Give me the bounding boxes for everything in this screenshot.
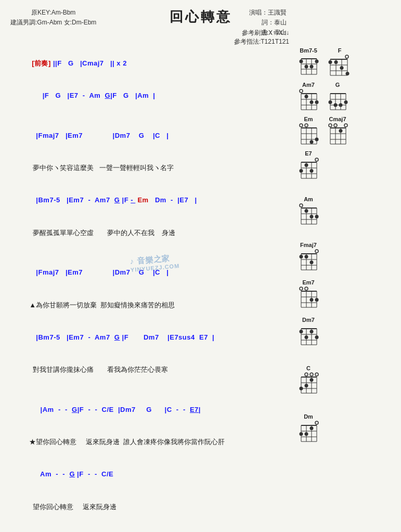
- svg-point-106: [300, 255, 303, 258]
- svg-point-22: [334, 60, 338, 64]
- c-label: C: [306, 365, 311, 371]
- svg-point-133: [315, 373, 318, 376]
- key-info: 原KEY:Am-Bbm 建議男調:Gm-Abm 女:Dm-Ebm: [10, 8, 96, 28]
- verse1-chord-1: |Fmaj7 |Em7 |Dm7 G |C |: [10, 120, 292, 152]
- svg-point-49: [300, 124, 303, 127]
- c-grid: [297, 372, 320, 395]
- diagram-g: G: [326, 82, 349, 112]
- svg-point-147: [315, 421, 318, 424]
- verse1-chord-2: |Bm7-5 |Em7 - Am7 G |F - Em Dm - |E7 |: [10, 185, 292, 217]
- suggestion-key: 建議男調:Gm-Abm 女:Dm-Ebm: [10, 18, 96, 28]
- svg-point-129: [300, 330, 303, 333]
- svg-point-59: [310, 140, 314, 144]
- diagram-c: C: [297, 365, 320, 395]
- svg-point-146: [310, 378, 314, 382]
- diagram-f: F: [326, 47, 353, 77]
- diagram-row-3: Em: [297, 116, 391, 146]
- diagram-am7: Am7: [297, 82, 320, 112]
- chord-diagrams: Bm7-5: [292, 47, 391, 532]
- em-label: Em: [304, 116, 313, 122]
- verse1-lyric-1: 夢中你ヽ笑容這麼美 一聲一聲輕輕叫我ヽ名字: [10, 152, 292, 184]
- em-grid: [297, 123, 320, 146]
- svg-point-132: [315, 335, 319, 339]
- svg-point-82: [305, 163, 308, 167]
- diagram-dm: Dm: [297, 413, 320, 444]
- svg-point-24: [346, 72, 350, 75]
- diagram-em7: Em7: [297, 279, 320, 309]
- svg-point-110: [305, 287, 308, 290]
- svg-point-95: [310, 215, 314, 218]
- svg-point-107: [305, 255, 308, 258]
- verse2-lyric-1: ▲為你甘願將一切放棄 那知癡情換來痛苦的相思: [10, 289, 292, 321]
- am7-label: Am7: [302, 82, 315, 88]
- svg-point-134: [310, 373, 313, 376]
- chorus-lyric-1: ★望你回心轉意 返來阮身邊 誰人會凍疼你像我將你當作阮心肝: [10, 426, 292, 458]
- am7-grid: [297, 89, 320, 112]
- em7-grid: [297, 287, 320, 309]
- composer: 曲：泰山: [249, 28, 287, 37]
- cmaj7-label: Cmaj7: [329, 116, 346, 122]
- g-label: G: [335, 82, 340, 88]
- fmaj7-label: Fmaj7: [300, 242, 317, 248]
- verse1-section: |Fmaj7 |Em7 |Dm7 G |C | 夢中你ヽ笑容這麼美 一聲一聲輕輕…: [10, 120, 292, 250]
- fingering-text: 參考指法:T121T121: [234, 37, 289, 46]
- fmaj7-grid: [297, 249, 320, 272]
- dm7-grid: [297, 324, 320, 347]
- verse1-lyric-2: 夢醒孤孤單單心空虛 夢中的人不在我 身邊: [10, 217, 292, 249]
- chorus-chord-3: |Dm7 E7 |: [10, 523, 292, 532]
- intro-section: [前奏] ||F G |Cmaj7 || x 2 |F G |E7 - Am G…: [10, 47, 292, 112]
- svg-point-62: [334, 124, 337, 127]
- verse2-chord-2: |Bm7-5 |Em7 - Am7 G |F Dm7 |E7sus4 E7 |: [10, 321, 292, 354]
- dm7-label: Dm7: [302, 317, 315, 323]
- dm-grid: [297, 421, 320, 444]
- chorus-lyric-2: 望你回心轉意 返來阮身邊: [10, 491, 292, 523]
- svg-point-84: [300, 169, 303, 173]
- title-area: 原KEY:Am-Bbm 建議男調:Gm-Abm 女:Dm-Ebm 回心轉意 演唱…: [10, 8, 391, 26]
- svg-point-120: [315, 298, 319, 302]
- svg-point-48: [344, 100, 348, 104]
- e7-grid: [297, 158, 320, 180]
- svg-point-11: [315, 60, 319, 63]
- svg-point-45: [329, 100, 332, 104]
- diagram-row-6: Fmaj7: [297, 242, 391, 272]
- f-label: F: [338, 47, 342, 54]
- svg-point-35: [310, 100, 314, 104]
- svg-point-157: [305, 432, 308, 436]
- svg-point-131: [310, 330, 314, 333]
- diagram-bm7-5: Bm7-5: [297, 47, 320, 75]
- svg-point-9: [305, 65, 308, 69]
- svg-point-109: [300, 287, 303, 290]
- chorus-chord-1: |Am - - G|F - - C/E |Dm7 G |C - - E7|: [10, 394, 292, 426]
- intro-chord-2: |F G |E7 - Am G|F G |Am |: [10, 80, 292, 112]
- svg-point-60: [315, 138, 319, 141]
- svg-point-8: [300, 60, 303, 63]
- diagram-dm7: Dm7: [297, 317, 320, 347]
- svg-point-25: [300, 89, 303, 93]
- svg-point-156: [300, 432, 303, 436]
- am-label: Am: [304, 196, 313, 202]
- svg-point-47: [339, 103, 343, 107]
- verse2-section: |Fmaj7 |Em7 |Dm7 G |C | ▲為你甘願將一切放棄 那知癡情換…: [10, 256, 292, 386]
- svg-point-94: [305, 209, 308, 213]
- diagram-cmaj7: Cmaj7: [326, 116, 349, 146]
- verse2-chord-1: |Fmaj7 |Em7 |Dm7 G |C |: [10, 256, 292, 289]
- diagram-row-1: Bm7-5: [297, 47, 391, 77]
- lyrics-author: 詞：泰山: [249, 18, 287, 28]
- svg-point-72: [339, 129, 343, 133]
- svg-point-135: [305, 373, 308, 376]
- original-key: 原KEY:Am-Bbm: [10, 8, 96, 18]
- svg-point-83: [310, 169, 314, 173]
- diagram-row-9: C: [297, 365, 391, 395]
- am-grid: [297, 203, 320, 226]
- main-content: [前奏] ||F G |Cmaj7 || x 2 |F G |E7 - Am G…: [10, 47, 391, 532]
- em7-label: Em7: [302, 279, 314, 286]
- svg-point-63: [344, 124, 347, 127]
- svg-point-34: [305, 95, 308, 98]
- verse2-lyric-2: 對我甘講你攏抹心痛 看我為你茫茫心畏寒: [10, 354, 292, 386]
- svg-point-10: [310, 65, 314, 69]
- diagram-fmaj7: Fmaj7: [297, 242, 320, 272]
- svg-point-108: [310, 261, 314, 264]
- svg-point-85: [300, 204, 303, 207]
- svg-point-97: [315, 250, 318, 253]
- diagram-row-2: Am7: [297, 82, 391, 112]
